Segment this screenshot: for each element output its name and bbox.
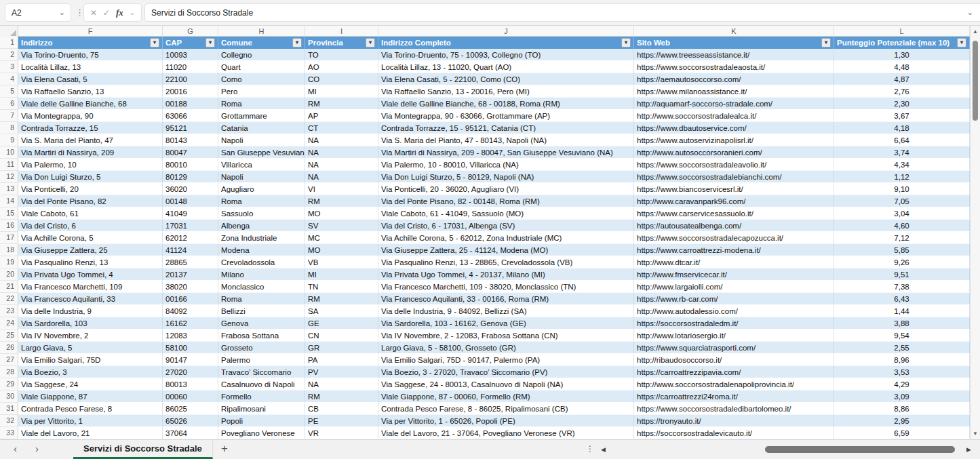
- table-cell[interactable]: 80129: [163, 171, 218, 183]
- table-cell[interactable]: https://carroattrezzi24roma.it/: [634, 391, 834, 403]
- row-header[interactable]: 10: [0, 146, 18, 159]
- cancel-icon[interactable]: ✕: [90, 8, 97, 18]
- formula-expand-chevron-icon[interactable]: ⌄: [967, 9, 973, 16]
- scroll-up-icon[interactable]: ▲: [971, 28, 980, 35]
- table-cell[interactable]: 00148: [163, 195, 218, 207]
- table-cell[interactable]: Via delle Industria, 9 - 84092, Bellizzi…: [378, 305, 634, 317]
- table-cell[interactable]: NA: [305, 171, 378, 183]
- table-cell[interactable]: Contrada Torrazze, 15 - 95121, Catania (…: [378, 122, 634, 134]
- table-cell[interactable]: 41124: [163, 244, 218, 256]
- table-cell[interactable]: 41049: [163, 207, 218, 220]
- table-cell[interactable]: 37064: [163, 427, 218, 439]
- table-cell[interactable]: AP: [305, 110, 378, 122]
- table-cell[interactable]: 9,10: [834, 183, 970, 195]
- table-cell[interactable]: Largo Giava, 5 - 58100, Grosseto (GR): [378, 342, 634, 354]
- select-all-corner[interactable]: [0, 26, 18, 37]
- table-cell[interactable]: https://www.carroattrezzi-modena.it/: [634, 244, 834, 256]
- table-cell[interactable]: Via per Vittorito, 1: [18, 415, 163, 427]
- table-cell[interactable]: Monclassico: [218, 281, 305, 293]
- row-header[interactable]: 19: [0, 256, 18, 268]
- table-cell[interactable]: CN: [305, 330, 378, 342]
- header-cell[interactable]: Provincia▾: [305, 37, 378, 49]
- table-cell[interactable]: https://soccorsostradaledm.it/: [634, 317, 834, 330]
- table-cell[interactable]: VB: [305, 256, 378, 268]
- table-cell[interactable]: CT: [305, 122, 378, 134]
- table-cell[interactable]: 10093: [163, 49, 218, 61]
- table-cell[interactable]: 4,18: [834, 122, 970, 134]
- table-cell[interactable]: Via Ponticelli, 20: [18, 183, 163, 195]
- filter-button[interactable]: ▾: [205, 38, 215, 47]
- scroll-left-icon[interactable]: ◀: [601, 446, 606, 453]
- table-cell[interactable]: Travaco’ Siccomario: [218, 366, 305, 378]
- row-header[interactable]: 28: [0, 366, 18, 378]
- table-cell[interactable]: https://www.treesseassistance.it/: [634, 49, 834, 61]
- table-cell[interactable]: Via Saggese, 24 - 80013, Casalnuovo di N…: [378, 378, 634, 391]
- table-cell[interactable]: Viale Caboto, 61: [18, 207, 163, 220]
- table-cell[interactable]: Ripalimosani: [218, 403, 305, 415]
- table-cell[interactable]: Via Emilio Salgari, 75D: [18, 354, 163, 366]
- filter-button[interactable]: ▾: [821, 38, 831, 47]
- table-cell[interactable]: Roma: [218, 293, 305, 305]
- table-cell[interactable]: Viale del Lavoro, 21: [18, 427, 163, 439]
- table-cell[interactable]: Via Martiri di Nassirya, 209: [18, 146, 163, 159]
- table-cell[interactable]: AO: [305, 61, 378, 73]
- table-cell[interactable]: Via Don Luigi Sturzo, 5: [18, 171, 163, 183]
- column-header[interactable]: K: [634, 26, 834, 36]
- confirm-icon[interactable]: ✓: [103, 8, 110, 18]
- table-cell[interactable]: 38020: [163, 281, 218, 293]
- table-cell[interactable]: VR: [305, 427, 378, 439]
- row-header[interactable]: 16: [0, 220, 18, 232]
- table-cell[interactable]: Via Elena Casati, 5 - 22100, Como (CO): [378, 73, 634, 85]
- table-cell[interactable]: Sassuolo: [218, 207, 305, 220]
- table-cell[interactable]: 20016: [163, 85, 218, 98]
- row-header[interactable]: 14: [0, 195, 18, 207]
- table-cell[interactable]: Genova: [218, 317, 305, 330]
- header-cell[interactable]: Comune▾: [218, 37, 305, 49]
- table-cell[interactable]: 7,38: [834, 281, 970, 293]
- table-cell[interactable]: PV: [305, 366, 378, 378]
- row-header[interactable]: 13: [0, 183, 18, 195]
- table-cell[interactable]: Collegno: [218, 49, 305, 61]
- name-box[interactable]: A2 ⌄: [5, 4, 71, 21]
- table-cell[interactable]: Via Achille Corona, 5: [18, 232, 163, 244]
- vertical-scrollbar-thumb[interactable]: [973, 41, 978, 121]
- column-header[interactable]: L: [834, 26, 970, 36]
- table-cell[interactable]: http://aquamarf-soccorso-stradale.com/: [634, 98, 834, 110]
- row-header[interactable]: 11: [0, 159, 18, 171]
- table-cell[interactable]: Contrada Torrazze, 15: [18, 122, 163, 134]
- table-cell[interactable]: 1,12: [834, 171, 970, 183]
- table-cell[interactable]: Via Torino-Druento, 75 - 10093, Collegno…: [378, 49, 634, 61]
- row-header[interactable]: 21: [0, 281, 18, 293]
- table-cell[interactable]: 95121: [163, 122, 218, 134]
- table-cell[interactable]: 2,95: [834, 415, 970, 427]
- table-cell[interactable]: Via Francesco Aquilanti, 33 - 00166, Rom…: [378, 293, 634, 305]
- table-cell[interactable]: Via Don Luigi Sturzo, 5 - 80129, Napoli …: [378, 171, 634, 183]
- table-cell[interactable]: MO: [305, 244, 378, 256]
- table-cell[interactable]: Contrada Pesco Farese, 8 - 86025, Ripali…: [378, 403, 634, 415]
- table-cell[interactable]: Via del Cristo, 6 - 17031, Albenga (SV): [378, 220, 634, 232]
- table-cell[interactable]: 3,74: [834, 146, 970, 159]
- table-cell[interactable]: PE: [305, 415, 378, 427]
- row-header[interactable]: 27: [0, 354, 18, 366]
- table-cell[interactable]: http://www.fmservicecar.it/: [634, 268, 834, 281]
- table-cell[interactable]: https://tronyauto.it/: [634, 415, 834, 427]
- table-cell[interactable]: Popoli: [218, 415, 305, 427]
- header-cell[interactable]: Indirizzo Completo▾: [378, 37, 634, 49]
- table-cell[interactable]: 6,43: [834, 293, 970, 305]
- row-header[interactable]: 12: [0, 171, 18, 183]
- table-cell[interactable]: Via del Cristo, 6: [18, 220, 163, 232]
- table-cell[interactable]: 20137: [163, 268, 218, 281]
- table-cell[interactable]: Via Palermo, 10: [18, 159, 163, 171]
- table-cell[interactable]: http://www.lotariosergio.it/: [634, 330, 834, 342]
- row-header[interactable]: 1: [0, 37, 18, 49]
- name-box-chevron-icon[interactable]: ⌄: [59, 9, 65, 16]
- table-cell[interactable]: http://www.soccorsostradalealca.it/: [634, 110, 834, 122]
- table-cell[interactable]: Via Martiri di Nassirya, 209 - 80047, Sa…: [378, 146, 634, 159]
- table-cell[interactable]: MC: [305, 232, 378, 244]
- table-cell[interactable]: Frabosa Sottana: [218, 330, 305, 342]
- table-cell[interactable]: 36020: [163, 183, 218, 195]
- table-cell[interactable]: 00060: [163, 391, 218, 403]
- table-cell[interactable]: 62012: [163, 232, 218, 244]
- table-cell[interactable]: 6,59: [834, 427, 970, 439]
- table-cell[interactable]: Zona Industriale: [218, 232, 305, 244]
